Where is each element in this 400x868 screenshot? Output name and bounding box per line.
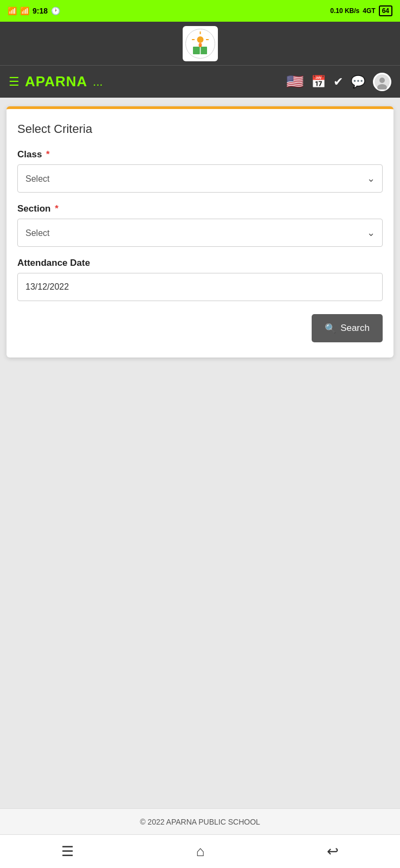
bottom-nav: ☰ ⌂ ↩	[0, 834, 400, 868]
network-speed: 0.10 KB/s	[330, 7, 359, 15]
search-btn-icon: 🔍	[325, 323, 336, 334]
search-btn-label: Search	[340, 323, 370, 334]
logo-bar	[0, 22, 400, 65]
nav-bar: ☰ APARNA ... 🇺🇸 📅 ✔ 💬	[0, 65, 400, 98]
card-title: Select Criteria	[17, 122, 383, 136]
avatar[interactable]	[373, 73, 391, 91]
date-form-group: Attendance Date	[17, 258, 383, 301]
section-required-star: *	[55, 203, 59, 214]
signal-icon: 📶	[8, 7, 17, 15]
status-time: 9:18	[33, 7, 48, 15]
network-type: 4GT	[363, 7, 375, 15]
date-label: Attendance Date	[17, 258, 383, 269]
nav-icons: 🇺🇸 📅 ✔ 💬	[286, 73, 391, 91]
battery-box: 64	[379, 5, 392, 16]
svg-rect-7	[200, 47, 207, 54]
avatar-svg	[375, 74, 390, 90]
footer: © 2022 APARNA PUBLIC SCHOOL	[0, 808, 400, 834]
main-content: Select Criteria Class * Select ⌄ Section	[0, 98, 400, 808]
form-actions: 🔍 Search	[17, 314, 383, 342]
svg-point-11	[379, 78, 385, 83]
date-input[interactable]	[17, 273, 383, 301]
status-right: 0.10 KB/s 4GT 64	[330, 5, 392, 16]
search-button[interactable]: 🔍 Search	[312, 314, 383, 342]
class-select[interactable]: Select	[17, 164, 383, 193]
svg-point-1	[197, 36, 203, 43]
calendar-icon[interactable]: 📅	[311, 75, 326, 89]
bottom-back-icon[interactable]: ↩	[327, 843, 339, 860]
clock-icon: 🕐	[51, 7, 60, 15]
section-form-group: Section * Select ⌄	[17, 203, 383, 247]
logo-svg	[185, 29, 215, 59]
svg-rect-6	[193, 47, 200, 54]
app-logo	[183, 26, 218, 61]
bottom-home-icon[interactable]: ⌂	[196, 843, 205, 860]
class-select-wrapper: Select ⌄	[17, 164, 383, 193]
nav-left: ☰ APARNA ...	[9, 73, 286, 90]
status-bar: 📶 📶 9:18 🕐 0.10 KB/s 4GT 64	[0, 0, 400, 22]
app-title: APARNA	[25, 73, 87, 90]
class-required-star: *	[46, 149, 50, 159]
section-select-wrapper: Select ⌄	[17, 219, 383, 247]
app-title-suffix: ...	[93, 75, 102, 89]
section-select[interactable]: Select	[17, 219, 383, 247]
footer-text: © 2022 APARNA PUBLIC SCHOOL	[140, 818, 260, 826]
flag-icon[interactable]: 🇺🇸	[286, 73, 304, 90]
status-left: 📶 📶 9:18 🕐	[8, 7, 60, 15]
section-label: Section *	[17, 203, 383, 214]
hamburger-icon[interactable]: ☰	[9, 75, 20, 89]
svg-point-9	[198, 43, 202, 47]
bottom-menu-icon[interactable]: ☰	[61, 843, 74, 860]
check-icon[interactable]: ✔	[333, 75, 343, 89]
signal-icon-2: 📶	[20, 7, 29, 15]
whatsapp-icon[interactable]: 💬	[351, 75, 365, 89]
class-label: Class *	[17, 149, 383, 160]
criteria-card: Select Criteria Class * Select ⌄ Section	[7, 106, 393, 358]
class-form-group: Class * Select ⌄	[17, 149, 383, 193]
